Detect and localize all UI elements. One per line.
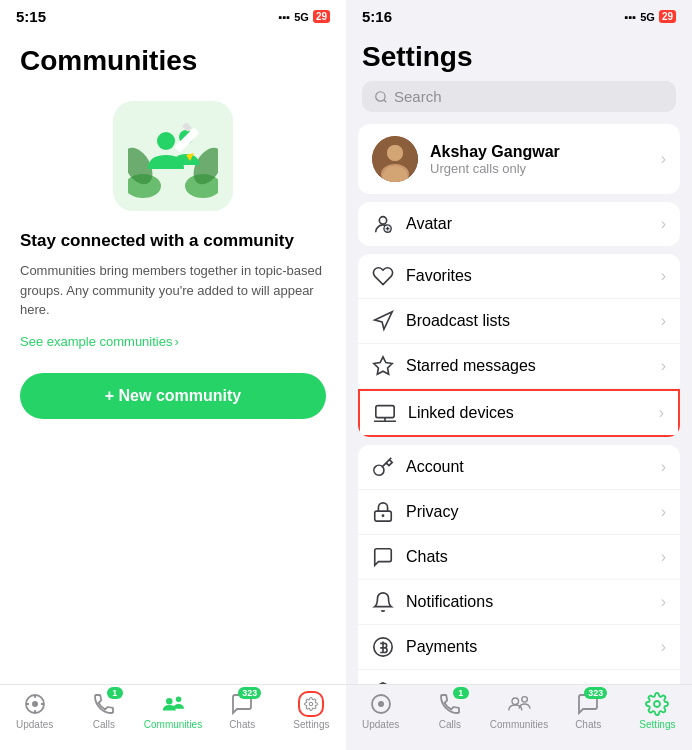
svg-marker-22: [374, 357, 392, 374]
settings-item-privacy[interactable]: Privacy ›: [358, 490, 680, 535]
right-calls-badge: 1: [453, 687, 469, 699]
broadcast-chevron-icon: ›: [661, 312, 666, 330]
settings-item-payments[interactable]: Payments ›: [358, 625, 680, 670]
notifications-label: Notifications: [406, 593, 649, 611]
laptop-icon: [374, 402, 396, 424]
chat-icon: [372, 546, 394, 568]
svg-point-14: [310, 702, 314, 706]
svg-point-15: [376, 91, 385, 100]
calls-badge: 1: [107, 687, 123, 699]
avatar-label: Avatar: [406, 215, 649, 233]
settings-item-favorites[interactable]: Favorites ›: [358, 254, 680, 299]
see-example-link[interactable]: See example communities ›: [20, 334, 326, 349]
svg-point-30: [512, 698, 519, 705]
settings-item-broadcast[interactable]: Broadcast lists ›: [358, 299, 680, 344]
settings-item-notifications[interactable]: Notifications ›: [358, 580, 680, 625]
nav-item-calls[interactable]: 1 Calls: [69, 691, 138, 730]
profile-chevron-icon: ›: [661, 150, 666, 168]
linked-devices-label: Linked devices: [408, 404, 647, 422]
lock-icon: [372, 501, 394, 523]
svg-point-4: [157, 132, 175, 150]
settings-item-chats[interactable]: Chats ›: [358, 535, 680, 580]
right-nav-item-communities[interactable]: Communities: [484, 691, 553, 730]
settings-item-avatar[interactable]: Avatar ›: [358, 202, 680, 246]
right-calls-label: Calls: [439, 719, 461, 730]
right-status-bar: 5:16 ▪▪▪ 5G 29: [346, 0, 692, 29]
chats-badge: 323: [238, 687, 261, 699]
new-community-button[interactable]: + New community: [20, 373, 326, 419]
settings-item-storage[interactable]: Storage and data ›: [358, 670, 680, 684]
calls-icon: 1: [91, 691, 117, 717]
linked-devices-chevron-icon: ›: [659, 404, 664, 422]
bell-icon: [372, 591, 394, 613]
broadcast-icon: [372, 310, 394, 332]
avatar-icon: [372, 213, 394, 235]
right-nav-item-chats[interactable]: 323 Chats: [554, 691, 623, 730]
right-chats-label: Chats: [575, 719, 601, 730]
right-nav-item-updates[interactable]: Updates: [346, 691, 415, 730]
right-settings-label: Settings: [639, 719, 675, 730]
chats-settings-label: Chats: [406, 548, 649, 566]
right-settings-icon: [644, 691, 670, 717]
settings-label: Settings: [293, 719, 329, 730]
left-status-icons: ▪▪▪ 5G 29: [278, 10, 330, 23]
right-status-icons: ▪▪▪ 5G 29: [624, 10, 676, 23]
right-panel: 5:16 ▪▪▪ 5G 29 Settings Search: [346, 0, 692, 750]
privacy-chevron-icon: ›: [661, 503, 666, 521]
right-communities-label: Communities: [490, 719, 548, 730]
right-signal-icon: ▪▪▪: [624, 11, 636, 23]
payments-chevron-icon: ›: [661, 638, 666, 656]
svg-point-12: [166, 698, 173, 705]
payment-icon: [372, 636, 394, 658]
profile-section[interactable]: Akshay Gangwar Urgent calls only ›: [358, 124, 680, 194]
right-network-type: 5G: [640, 11, 655, 23]
communities-title: Communities: [20, 45, 326, 77]
favorites-label: Favorites: [406, 267, 649, 285]
svg-rect-23: [376, 406, 394, 418]
right-bottom-nav: Updates 1 Calls Communities: [346, 684, 692, 750]
profile-name: Akshay Gangwar: [430, 143, 649, 161]
left-bottom-nav: Updates 1 Calls Communities: [0, 684, 346, 750]
updates-icon: [22, 691, 48, 717]
avatar-chevron-icon: ›: [661, 215, 666, 233]
nav-item-settings[interactable]: Settings: [277, 691, 346, 730]
svg-point-31: [522, 697, 528, 703]
left-main-content: Communities Stay conn: [0, 29, 346, 684]
search-bar[interactable]: Search: [362, 81, 676, 112]
svg-point-29: [378, 701, 384, 707]
svg-point-13: [176, 697, 182, 703]
right-nav-item-settings[interactable]: Settings: [623, 691, 692, 730]
star-icon: [372, 355, 394, 377]
svg-point-19: [387, 145, 403, 161]
settings-title: Settings: [346, 29, 692, 81]
starred-chevron-icon: ›: [661, 357, 666, 375]
chats-label: Chats: [229, 719, 255, 730]
right-updates-label: Updates: [362, 719, 399, 730]
svg-point-32: [654, 701, 660, 707]
svg-point-11: [32, 701, 38, 707]
left-panel: 5:15 ▪▪▪ 5G 29 Communities: [0, 0, 346, 750]
settings-item-account[interactable]: Account ›: [358, 445, 680, 490]
right-communities-icon: [506, 691, 532, 717]
community-tagline: Stay connected with a community: [20, 231, 326, 251]
right-chats-icon: 323: [575, 691, 601, 717]
profile-status: Urgent calls only: [430, 161, 649, 176]
search-icon: [374, 90, 388, 104]
right-calls-icon: 1: [437, 691, 463, 717]
svg-point-20: [379, 217, 386, 224]
nav-item-communities[interactable]: Communities: [138, 691, 207, 730]
nav-item-updates[interactable]: Updates: [0, 691, 69, 730]
account-chevron-icon: ›: [661, 458, 666, 476]
settings-item-starred[interactable]: Starred messages ›: [358, 344, 680, 389]
broadcast-label: Broadcast lists: [406, 312, 649, 330]
key-icon: [372, 456, 394, 478]
settings-content: Settings Search Akshay Gangwar: [346, 29, 692, 684]
settings-icon: [298, 691, 324, 717]
right-chats-badge: 323: [584, 687, 607, 699]
privacy-label: Privacy: [406, 503, 649, 521]
section-2: Favorites › Broadcast lists › Star: [358, 254, 680, 437]
nav-item-chats[interactable]: 323 Chats: [208, 691, 277, 730]
right-nav-item-calls[interactable]: 1 Calls: [415, 691, 484, 730]
settings-item-linked-devices[interactable]: Linked devices ›: [358, 389, 680, 437]
starred-label: Starred messages: [406, 357, 649, 375]
